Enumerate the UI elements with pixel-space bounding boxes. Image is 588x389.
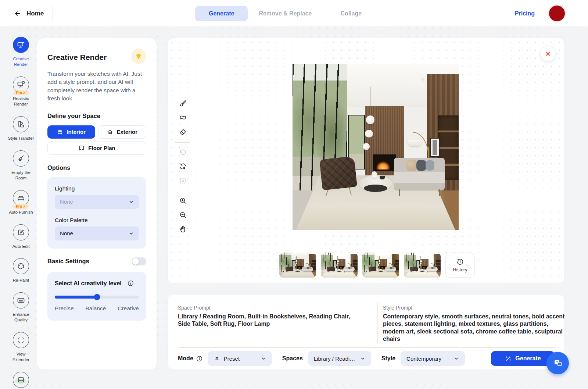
options-heading: Options	[47, 164, 146, 171]
style-value: Contemporary	[406, 356, 441, 362]
refresh-icon[interactable]	[176, 160, 189, 172]
brush-tool-icon[interactable]	[176, 97, 189, 110]
options-card: Lighting None Color Palette None	[47, 177, 146, 249]
lightbulb-icon	[134, 52, 143, 61]
sidebar-item-re-paint[interactable]: Re-Paint	[13, 258, 29, 283]
interior-label: Interior	[67, 129, 86, 135]
canvas-toolbar	[175, 97, 190, 237]
slider-label-balance: Balance	[85, 305, 106, 312]
sidebar-item-creative-render[interactable]: Creative Render	[8, 37, 34, 67]
creativity-slider[interactable]	[55, 296, 139, 299]
history-button[interactable]: History	[445, 253, 475, 278]
home-button[interactable]: Home	[14, 0, 44, 27]
sidebar-item-enhance-quality[interactable]: HD Enhance Quality	[8, 292, 34, 323]
spaces-select[interactable]: Library / Readi…	[308, 351, 371, 366]
sidebar-item-label: Empty the Room	[11, 170, 31, 181]
help-chat-button[interactable]: ?	[546, 352, 569, 374]
tips-button[interactable]	[131, 49, 146, 64]
creativity-heading: Select AI creativity level	[55, 280, 122, 287]
history-label: History	[453, 267, 467, 272]
interior-button[interactable]: Interior	[47, 125, 95, 139]
tab-collage[interactable]: Collage	[340, 10, 362, 17]
sidebar-item-view-extender[interactable]: View Extender	[8, 332, 34, 363]
close-canvas-button[interactable]	[541, 46, 555, 61]
slider-label-precise: Precise	[55, 305, 74, 312]
edit-square-icon	[17, 228, 25, 237]
zoom-in-icon[interactable]	[176, 194, 189, 207]
render-thumbnail-4[interactable]	[404, 253, 441, 278]
color-palette-label: Color Palette	[55, 217, 139, 224]
chevron-down-icon	[360, 356, 365, 361]
sofa-icon	[17, 194, 25, 203]
sidebar-item-label: Auto Furnish	[9, 210, 33, 215]
pro-badge: Pro✓	[13, 204, 28, 209]
sidebar-item-label: Creative Render	[8, 56, 34, 67]
style-prompt-text[interactable]: Contemporary style, smooth surfaces, neu…	[383, 313, 565, 343]
monitor-sparkle-icon	[17, 40, 25, 49]
sidebar-item-label: Realistic Render	[8, 96, 34, 107]
floor-plan-icon	[78, 145, 85, 151]
armchair-icon	[57, 129, 63, 135]
pricing-link[interactable]: Pricing	[515, 0, 535, 27]
generate-label: Generate	[515, 355, 541, 362]
style-label: Style	[381, 355, 395, 362]
chevron-down-icon	[129, 231, 134, 236]
basic-settings-heading: Basic Settings	[47, 258, 89, 265]
sidebar-item-style-transfer[interactable]: Style Transfer	[8, 116, 34, 141]
svg-text:HD: HD	[19, 299, 23, 302]
sidebar-item-empty-the-room[interactable]: Empty the Room	[11, 150, 31, 181]
sidebar-item-text-to-image[interactable]: Text to Image	[8, 372, 33, 389]
mode-select[interactable]: Preset	[208, 351, 272, 366]
define-space-heading: Define your Space	[47, 113, 146, 119]
chevron-down-icon	[454, 356, 459, 361]
avatar[interactable]	[549, 6, 565, 21]
sidebar-item-auto-edit[interactable]: Auto Edit	[12, 224, 30, 249]
close-icon	[545, 51, 551, 57]
prompt-bar: Space Prompt Library / Reading Room, Bui…	[167, 294, 565, 370]
color-palette-select[interactable]: None	[55, 226, 139, 240]
slider-label-creative: Creative	[118, 305, 139, 312]
sidebar-item-label: View Extender	[8, 351, 34, 363]
space-prompt-text[interactable]: Library / Reading Room, Built-in Bookshe…	[178, 313, 351, 328]
zoom-out-icon[interactable]	[176, 208, 189, 221]
floor-plan-button[interactable]: Floor Plan	[47, 142, 146, 155]
exterior-button[interactable]: Exterior	[98, 125, 147, 139]
exterior-label: Exterior	[116, 129, 137, 135]
chat-question-icon: ?	[552, 358, 563, 369]
arrow-left-icon	[14, 10, 21, 17]
swatches-icon	[17, 120, 25, 129]
pro-badge: Pro✓	[13, 90, 28, 95]
eraser-tool-icon[interactable]	[176, 126, 189, 138]
spaces-label: Spaces	[282, 355, 303, 362]
sidebar-item-auto-furnish[interactable]: Pro✓ Auto Furnish	[9, 190, 33, 215]
space-prompt-label: Space Prompt	[178, 305, 351, 311]
pan-hand-icon[interactable]	[176, 223, 189, 235]
render-thumbnail-2[interactable]	[321, 253, 358, 278]
tool-rail: Creative Render Pro✓ Realistic Render St…	[7, 37, 35, 389]
generate-button[interactable]: Generate	[491, 351, 555, 366]
history-icon	[456, 258, 464, 265]
svg-text:?: ?	[556, 360, 557, 364]
editor-canvas: History	[167, 38, 565, 283]
info-icon[interactable]	[128, 280, 134, 286]
slider-thumb[interactable]	[94, 294, 100, 300]
slider-fill	[55, 296, 97, 299]
controls-divider	[178, 347, 556, 348]
tab-remove-replace[interactable]: Remove & Replace	[259, 10, 312, 17]
palette-icon	[17, 262, 25, 271]
lasso-tool-icon[interactable]	[176, 111, 189, 124]
toolbar-divider	[175, 142, 190, 143]
info-icon[interactable]	[196, 356, 202, 362]
top-navbar: Home Generate Remove & Replace Collage P…	[0, 0, 588, 27]
lighting-select[interactable]: None	[55, 195, 139, 209]
tab-generate[interactable]: Generate	[195, 6, 248, 21]
sidebar-item-label: Re-Paint	[13, 278, 29, 283]
select-area-icon	[176, 174, 189, 187]
render-thumbnail-3[interactable]	[362, 253, 399, 278]
render-thumbnail-1[interactable]	[279, 253, 316, 278]
sidebar-item-label: Auto Edit	[12, 244, 30, 249]
sidebar-item-realistic-render[interactable]: Pro✓ Realistic Render	[8, 76, 34, 107]
basic-settings-toggle[interactable]	[132, 257, 146, 265]
style-select[interactable]: Contemporary	[401, 351, 465, 366]
header-divider	[53, 6, 53, 21]
